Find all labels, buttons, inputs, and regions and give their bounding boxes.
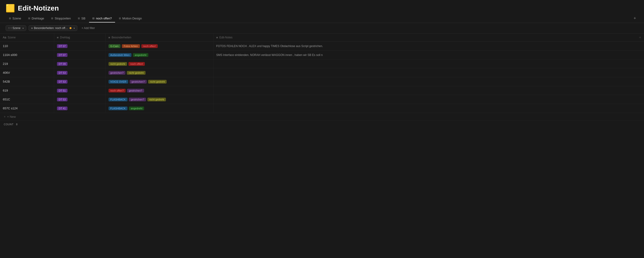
badge-aussendreh: Außendreh Wien bbox=[108, 53, 132, 57]
cell-besonderheiten-1[interactable]: Außendreh Wienangedreht bbox=[106, 50, 213, 59]
sort-chevron-icon: ▾ bbox=[22, 27, 24, 29]
table-row: 110A s000DT 07Außendreh WienangedrehtSMS… bbox=[0, 50, 644, 59]
cell-drehtag-6[interactable]: DT 53 bbox=[54, 95, 106, 104]
cell-besonderheiten-0[interactable]: G-CamFotos fehlennoch offen! bbox=[106, 42, 213, 50]
badge-noch-offen: noch offen! bbox=[128, 62, 145, 66]
sort-pill[interactable]: ↑ ↑ Szene ▾ bbox=[6, 25, 26, 31]
cell-szene-1[interactable]: 110A s000 bbox=[0, 50, 54, 59]
cell-besonderheiten-4[interactable]: VOICE OVERgestrichen?nicht gedreht bbox=[106, 77, 213, 86]
drehtag-badge: DT 41 bbox=[57, 107, 68, 110]
cell-drehtag-0[interactable]: DT 07 bbox=[54, 42, 106, 50]
badge-nicht-gedreht: nicht gedreht bbox=[108, 62, 127, 66]
cell-szene-5[interactable]: 619 bbox=[0, 86, 54, 95]
cell-szene-0[interactable]: 110 bbox=[0, 42, 54, 50]
edit-notes-col-icon: ≡ bbox=[216, 36, 218, 39]
edit-note-text: SMS Interface einblenden. NORAH verlässt… bbox=[216, 53, 323, 57]
app-icon: 🟨 bbox=[6, 4, 15, 12]
table-row: 542BDT 53VOICE OVERgestrichen?nicht gedr… bbox=[0, 77, 644, 86]
szene-value: 110 bbox=[3, 44, 8, 48]
badge-fotos-fehlen: Fotos fehlen bbox=[122, 44, 140, 48]
badge-nicht-gedreht: nicht gedreht bbox=[148, 98, 166, 101]
add-filter-button[interactable]: + Add filter bbox=[80, 25, 97, 31]
table-row: 651CDT 53FLASHBACKgestrichen?nicht gedre… bbox=[0, 95, 644, 104]
badge-gcam: G-Cam bbox=[108, 44, 120, 48]
new-row-label: + New bbox=[7, 115, 16, 118]
cell-drehtag-1[interactable]: DT 07 bbox=[54, 50, 106, 59]
cell-szene-7[interactable]: 657C s124 bbox=[0, 104, 54, 113]
table-row: 657C s124DT 41FLASHBACKangedreht bbox=[0, 104, 644, 113]
tab-icon-szene: ⊞ bbox=[9, 17, 11, 20]
tab-stoppzeiten[interactable]: ⊞Stoppzeiten bbox=[48, 15, 74, 22]
cell-edit-notes-6[interactable] bbox=[213, 95, 644, 104]
tab-icon-noch-offen: ⊟ bbox=[92, 17, 94, 20]
filter-label: Besonderheiten: noch off… bbox=[34, 26, 68, 30]
cell-szene-2[interactable]: 219 bbox=[0, 59, 54, 68]
cell-drehtag-7[interactable]: DT 41 bbox=[54, 104, 106, 113]
badge-gestrichen: gestrichen? bbox=[129, 98, 146, 101]
cell-edit-notes-0[interactable]: FOTOS FEHLEN NOCH . ALEX und happy TIMES… bbox=[213, 42, 644, 50]
app-title: Edit-Notizen bbox=[18, 4, 59, 12]
tab-drehtage[interactable]: ⊞Drehtage bbox=[25, 15, 47, 22]
cell-besonderheiten-2[interactable]: nicht gedrehtnoch offen! bbox=[106, 59, 213, 68]
cell-szene-6[interactable]: 651C bbox=[0, 95, 54, 104]
cell-drehtag-4[interactable]: DT 53 bbox=[54, 77, 106, 86]
col-header-besonderheiten: ≡ Besonderheiten bbox=[106, 33, 213, 42]
cell-edit-notes-5[interactable] bbox=[213, 86, 644, 95]
badge-gestrichen: gestrichen? bbox=[130, 80, 147, 84]
cell-edit-notes-1[interactable]: SMS Interface einblenden. NORAH verlässt… bbox=[213, 50, 644, 59]
tab-label-stoppzeiten: Stoppzeiten bbox=[54, 17, 71, 20]
drehtag-col-icon: ≡ bbox=[57, 36, 59, 39]
cell-szene-4[interactable]: 542B bbox=[0, 77, 54, 86]
tab-sb[interactable]: ⊞SB bbox=[74, 15, 88, 22]
besonderheiten-col-label: Besonderheiten bbox=[112, 36, 131, 39]
badge-voice-over: VOICE OVER bbox=[108, 80, 128, 84]
tab-label-drehtage: Drehtage bbox=[32, 17, 44, 20]
cell-drehtag-5[interactable]: DT 51 bbox=[54, 86, 106, 95]
count-value: 8 bbox=[16, 123, 18, 126]
tab-motion-design[interactable]: ⊞Motion Design bbox=[116, 15, 145, 22]
cell-besonderheiten-6[interactable]: FLASHBACKgestrichen?nicht gedreht bbox=[106, 95, 213, 104]
cell-drehtag-2[interactable]: DT 09 bbox=[54, 59, 106, 68]
badge-angedreht: angedreht bbox=[129, 107, 144, 110]
count-label: COUNT bbox=[4, 123, 14, 126]
cell-besonderheiten-7[interactable]: FLASHBACKangedreht bbox=[106, 104, 213, 113]
add-tab-button[interactable]: + bbox=[631, 14, 638, 23]
cell-edit-notes-4[interactable] bbox=[213, 77, 644, 86]
filter-pill[interactable]: ≡ Besonderheiten: noch off… ▾ bbox=[28, 25, 77, 31]
tab-noch-offen[interactable]: ⊟noch offen? bbox=[89, 15, 115, 22]
cell-edit-notes-7[interactable] bbox=[213, 104, 644, 113]
cell-edit-notes-3[interactable] bbox=[213, 68, 644, 77]
badge-angedreht: angedreht bbox=[133, 53, 148, 57]
tab-label-noch-offen: noch offen? bbox=[96, 17, 112, 20]
filter-bar: ↑ ↑ Szene ▾ ≡ Besonderheiten: noch off… … bbox=[0, 23, 644, 33]
badge-flashback: FLASHBACK bbox=[108, 98, 128, 101]
szene-col-label: Szene bbox=[8, 36, 16, 39]
edit-note-text: FOTOS FEHLEN NOCH . ALEX und happy TIMES… bbox=[216, 44, 323, 48]
tab-icon-sb: ⊞ bbox=[78, 17, 80, 20]
app-header: 🟨 Edit-Notizen bbox=[0, 0, 644, 14]
szene-value: 657C s124 bbox=[3, 107, 18, 110]
new-row-button[interactable]: + + New bbox=[0, 113, 644, 121]
cell-besonderheiten-5[interactable]: noch offen?gestrichen? bbox=[106, 86, 213, 95]
drehtag-badge: DT 53 bbox=[57, 80, 68, 84]
add-property-button[interactable]: + bbox=[639, 35, 641, 39]
cell-szene-3[interactable]: 406V bbox=[0, 68, 54, 77]
besonderheiten-col-icon: ≡ bbox=[108, 36, 110, 39]
new-row-plus-icon: + bbox=[4, 115, 6, 118]
sort-icon: ↑ bbox=[8, 26, 10, 30]
tab-icon-stoppzeiten: ⊞ bbox=[51, 17, 53, 20]
col-header-drehtag: ≡ Drehtag bbox=[54, 33, 106, 42]
col-header-edit-notes: ≡ Edit-Notes + bbox=[213, 33, 644, 42]
cell-edit-notes-2[interactable] bbox=[213, 59, 644, 68]
table-row: 110DT 07G-CamFotos fehlennoch offen!FOTO… bbox=[0, 42, 644, 50]
add-filter-label: + Add filter bbox=[82, 26, 95, 30]
szene-value: 619 bbox=[3, 89, 8, 92]
badge-gestrichen: gestrichen? bbox=[108, 71, 126, 75]
tab-label-sb: SB bbox=[81, 17, 85, 20]
cell-besonderheiten-3[interactable]: gestrichen?nicht gedreht bbox=[106, 68, 213, 77]
table-row: 219DT 09nicht gedrehtnoch offen! bbox=[0, 59, 644, 68]
data-table: Aa Szene ≡ Drehtag ≡ Besonderheiten bbox=[0, 33, 644, 128]
tab-label-szene: Szene bbox=[12, 17, 21, 20]
tab-szene[interactable]: ⊞Szene bbox=[6, 15, 24, 22]
cell-drehtag-3[interactable]: DT 53 bbox=[54, 68, 106, 77]
